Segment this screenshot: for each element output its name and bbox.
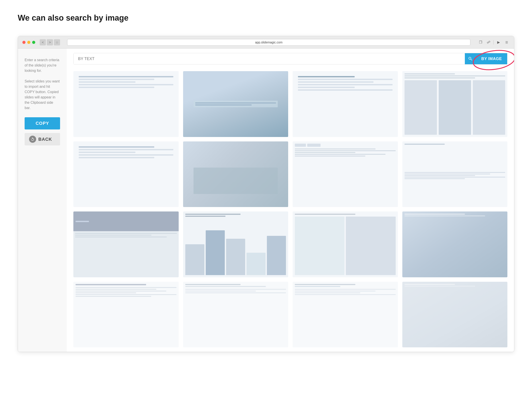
menu-icon[interactable]: ≣ xyxy=(503,39,510,45)
slide-card[interactable] xyxy=(183,282,288,348)
slide-card[interactable] xyxy=(402,71,508,137)
back-nav-button[interactable]: < xyxy=(40,39,46,45)
slide-card[interactable] xyxy=(73,71,179,137)
copy-button[interactable]: COPY xyxy=(25,117,60,129)
dot-yellow[interactable] xyxy=(27,41,30,44)
search-submit-button[interactable] xyxy=(465,53,476,64)
bookmark-icon[interactable]: ☍ xyxy=(485,39,492,45)
browser-dots xyxy=(22,41,35,44)
main-content: BY IMAGE xyxy=(67,49,514,352)
slide-card[interactable] xyxy=(73,211,179,277)
browser-window: < > □ app.slidemagic.com ❐ ☍ ▶ ≣ Enter a… xyxy=(18,36,514,352)
sidebar: Enter a search criteria of the slide(s) … xyxy=(18,49,67,352)
slide-card[interactable] xyxy=(183,211,288,277)
search-bar-container: BY IMAGE xyxy=(73,53,507,64)
slide-card[interactable] xyxy=(293,71,398,137)
slide-card[interactable] xyxy=(402,141,508,207)
app-content: Enter a search criteria of the slide(s) … xyxy=(18,49,514,352)
sidebar-description: Enter a search criteria of the slide(s) … xyxy=(25,57,60,111)
slide-card[interactable] xyxy=(293,211,398,277)
address-bar[interactable]: app.slidemagic.com xyxy=(67,39,470,46)
slide-card[interactable] xyxy=(183,71,288,137)
page-title: We can also search by image xyxy=(18,13,514,23)
by-image-button[interactable]: BY IMAGE xyxy=(476,53,507,64)
slide-card[interactable] xyxy=(73,141,179,207)
dot-green[interactable] xyxy=(32,41,35,44)
browser-toolbar: < > □ app.slidemagic.com ❐ ☍ ▶ ≣ xyxy=(18,36,514,49)
slide-card[interactable] xyxy=(402,282,508,348)
browser-actions: ❐ ☍ ▶ ≣ xyxy=(477,39,510,45)
browser-nav: < > □ xyxy=(40,39,60,45)
toolbar-divider xyxy=(494,40,494,44)
slide-card[interactable] xyxy=(293,141,398,207)
search-bar: BY IMAGE xyxy=(73,53,507,64)
back-button[interactable]: BACK xyxy=(25,133,60,146)
slide-card[interactable] xyxy=(183,141,288,207)
dot-red[interactable] xyxy=(22,41,25,44)
url-text: app.slidemagic.com xyxy=(255,41,283,44)
extension-icon[interactable]: ▶ xyxy=(495,39,502,45)
slide-grid xyxy=(73,71,507,347)
back-icon xyxy=(29,136,36,143)
undo-icon xyxy=(31,137,35,141)
forward-nav-button[interactable]: > xyxy=(47,39,53,45)
share-icon[interactable]: ❐ xyxy=(477,39,484,45)
magnifier-icon xyxy=(468,56,473,61)
slide-card[interactable] xyxy=(73,282,179,348)
back-label: BACK xyxy=(38,137,52,142)
slide-card[interactable] xyxy=(293,282,398,348)
slide-card[interactable] xyxy=(402,211,508,277)
search-text-input[interactable] xyxy=(74,53,465,64)
tab-button[interactable]: □ xyxy=(54,39,60,45)
